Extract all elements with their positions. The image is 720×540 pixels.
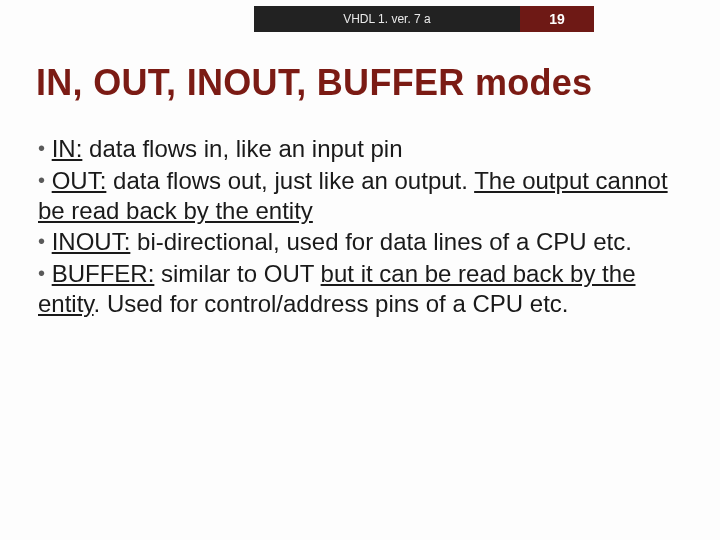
bullet-text: data flows out, just like an output. xyxy=(106,167,474,194)
page-number: 19 xyxy=(520,6,594,32)
bullet-text: data flows in, like an input pin xyxy=(82,135,402,162)
header-label: VHDL 1. ver. 7 a xyxy=(254,12,520,26)
slide-title: IN, OUT, INOUT, BUFFER modes xyxy=(36,62,690,104)
bullet-term: INOUT: xyxy=(52,228,131,255)
bullet-text: similar to OUT xyxy=(154,260,320,287)
bullet-text: bi-directional, used for data lines of a… xyxy=(130,228,632,255)
header-bar: VHDL 1. ver. 7 a 19 xyxy=(254,6,594,32)
slide: VHDL 1. ver. 7 a 19 IN, OUT, INOUT, BUFF… xyxy=(0,0,720,540)
slide-body: • IN: data flows in, like an input pin •… xyxy=(36,134,675,321)
bullet-dot-icon: • xyxy=(38,262,45,284)
bullet-dot-icon: • xyxy=(38,169,45,191)
bullet-term: BUFFER: xyxy=(52,260,155,287)
bullet-buffer: • BUFFER: similar to OUT but it can be r… xyxy=(36,259,675,319)
bullet-inout: • INOUT: bi-directional, used for data l… xyxy=(36,227,675,257)
bullet-dot-icon: • xyxy=(38,230,45,252)
bullet-text: . Used for control/address pins of a CPU… xyxy=(94,290,569,317)
bullet-out: • OUT: data flows out, just like an outp… xyxy=(36,166,675,226)
bullet-in: • IN: data flows in, like an input pin xyxy=(36,134,675,164)
bullet-term: OUT: xyxy=(52,167,107,194)
bullet-dot-icon: • xyxy=(38,137,45,159)
bullet-term: IN: xyxy=(52,135,83,162)
